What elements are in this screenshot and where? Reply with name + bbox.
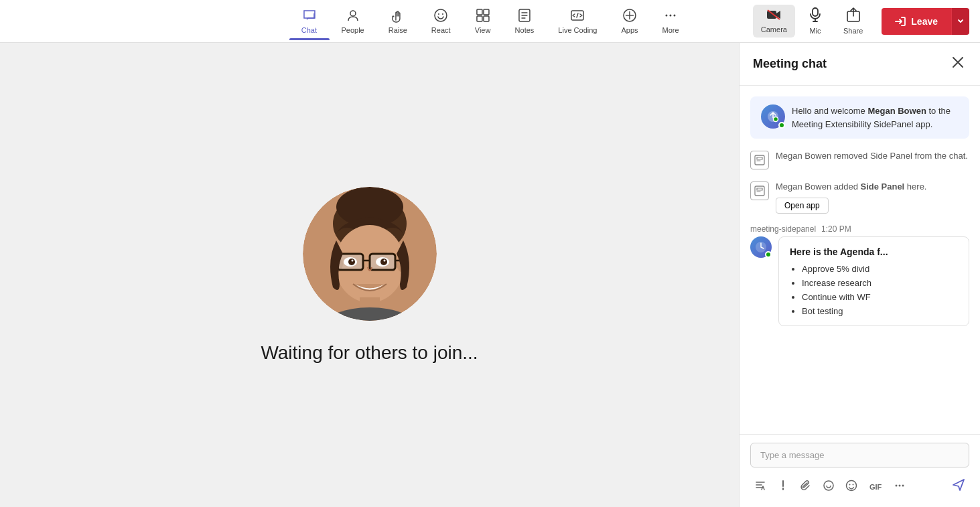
people-nav-icon — [346, 8, 360, 25]
agenda-item-4: Bot testing — [802, 306, 958, 316]
notes-nav-label: Notes — [515, 26, 535, 34]
urgent-button[interactable] — [773, 476, 793, 498]
leave-button[interactable]: Leave — [882, 8, 951, 35]
nav-item-react[interactable]: React — [419, 3, 463, 40]
mic-button[interactable]: Mic — [800, 3, 830, 39]
agenda-item-3: Continue with WF — [802, 292, 958, 302]
agenda-item-1: Approve 5% divid — [802, 264, 958, 274]
share-button[interactable]: Share — [835, 3, 871, 39]
svg-rect-44 — [755, 186, 764, 196]
svg-point-3 — [442, 13, 443, 15]
svg-rect-4 — [477, 9, 482, 15]
mic-icon — [809, 7, 822, 25]
loop-button[interactable] — [819, 476, 839, 498]
more-nav-icon — [663, 8, 678, 25]
nav-item-livecoding[interactable]: Live Coding — [546, 3, 609, 40]
mic-label: Mic — [809, 27, 821, 35]
raise-nav-icon — [391, 8, 405, 25]
bot-avatar — [761, 104, 785, 129]
open-app-button[interactable]: Open app — [776, 198, 829, 214]
svg-point-50 — [896, 484, 898, 486]
system-message-1: Megan Bowen removed Side Panel from the … — [750, 149, 969, 169]
leave-chevron-button[interactable] — [951, 8, 969, 35]
livecoding-nav-icon — [570, 8, 585, 25]
chat-close-button[interactable] — [949, 54, 967, 74]
svg-point-39 — [383, 259, 385, 261]
camera-icon — [766, 9, 781, 24]
react-nav-icon — [433, 8, 448, 25]
participant-avatar — [303, 187, 437, 321]
nav-item-apps[interactable]: Apps — [609, 3, 650, 40]
svg-point-36 — [351, 259, 353, 261]
nav-item-people[interactable]: People — [329, 3, 376, 40]
welcome-message: Hello and welcome Megan Bowen to the Mee… — [750, 96, 969, 139]
top-bar: Chat People Raise — [0, 0, 980, 43]
system-message-2-content: Megan Bowen added Side Panel here. Open … — [776, 180, 926, 214]
notes-nav-icon — [517, 8, 532, 25]
top-bar-right: Camera Mic Share — [753, 3, 969, 39]
agenda-sender-info: meeting-sidepanel 1:20 PM — [750, 224, 969, 234]
view-nav-icon — [476, 8, 490, 25]
participant-face — [303, 187, 437, 321]
camera-button[interactable]: Camera — [753, 5, 795, 38]
svg-point-49 — [853, 484, 854, 485]
svg-point-52 — [902, 484, 904, 486]
system-icon-1 — [750, 151, 769, 169]
emoji-button[interactable] — [841, 476, 861, 498]
svg-rect-43 — [755, 155, 764, 165]
svg-point-51 — [899, 484, 901, 486]
waiting-text: Waiting for others to join... — [261, 342, 478, 364]
apps-nav-label: Apps — [621, 26, 638, 34]
agenda-bot-avatar — [750, 236, 772, 258]
gif-button[interactable]: GIF — [864, 480, 887, 494]
svg-point-2 — [438, 13, 439, 15]
livecoding-nav-label: Live Coding — [558, 26, 597, 34]
svg-rect-16 — [767, 11, 776, 19]
view-nav-label: View — [475, 26, 491, 34]
video-area: Waiting for others to join... — [0, 43, 739, 507]
svg-point-1 — [435, 9, 447, 21]
leave-label: Leave — [911, 16, 938, 27]
agenda-card: Here is the Agenda f... Approve 5% divid… — [778, 236, 969, 326]
system-message-2: Megan Bowen added Side Panel here. Open … — [750, 180, 969, 214]
share-icon — [847, 7, 860, 25]
system-message-2-text: Megan Bowen added Side Panel here. — [776, 180, 926, 194]
svg-point-0 — [350, 11, 356, 16]
chat-input-area: Type a message — [740, 434, 980, 507]
input-actions: GIF — [750, 474, 969, 499]
system-icon-2 — [750, 182, 769, 200]
svg-rect-18 — [813, 8, 818, 16]
svg-rect-6 — [477, 16, 482, 21]
agenda-list: Approve 5% divid Increase research Conti… — [790, 264, 958, 316]
agenda-message: meeting-sidepanel 1:20 PM Here is the Ag… — [750, 224, 969, 326]
nav-item-more[interactable]: More — [650, 3, 691, 40]
agenda-card-title: Here is the Agenda f... — [790, 246, 958, 257]
camera-label: Camera — [761, 25, 787, 33]
chat-header: Meeting chat — [740, 43, 980, 86]
nav-item-chat[interactable]: Chat — [289, 3, 329, 40]
svg-point-15 — [674, 15, 676, 17]
agenda-item-2: Increase research — [802, 278, 958, 288]
more-actions-button[interactable] — [890, 476, 910, 498]
agenda-wrapper: Here is the Agenda f... Approve 5% divid… — [750, 236, 969, 326]
message-input-placeholder[interactable]: Type a message — [750, 443, 969, 467]
chat-panel: Meeting chat Hell — [739, 43, 980, 507]
svg-point-38 — [380, 259, 387, 265]
svg-point-46 — [824, 481, 833, 490]
nav-items: Chat People Raise — [289, 3, 691, 40]
nav-item-notes[interactable]: Notes — [503, 3, 547, 40]
nav-item-view[interactable]: View — [463, 3, 503, 40]
svg-rect-7 — [484, 16, 489, 21]
raise-nav-label: Raise — [389, 26, 407, 34]
attach-button[interactable] — [796, 476, 816, 498]
share-label: Share — [843, 27, 863, 35]
format-button[interactable] — [750, 476, 770, 498]
send-button[interactable] — [948, 474, 969, 499]
chat-nav-label: Chat — [301, 26, 317, 34]
apps-nav-icon — [622, 8, 637, 25]
nav-item-raise[interactable]: Raise — [376, 3, 419, 40]
more-nav-label: More — [662, 26, 679, 34]
people-nav-label: People — [341, 26, 364, 34]
agenda-online-dot — [765, 251, 772, 258]
system-message-1-text: Megan Bowen removed Side Panel from the … — [776, 149, 968, 163]
